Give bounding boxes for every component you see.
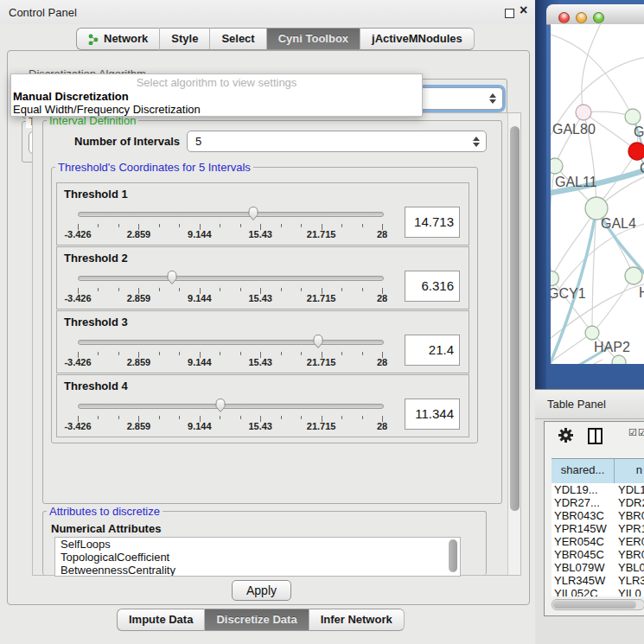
slider-scale-label: 28 [377,421,387,431]
slider-tick [240,224,241,227]
network-edge[interactable] [551,360,603,364]
table-row[interactable]: YDL19...YDL1 [552,483,644,496]
table-row[interactable]: YIL052CYIL0 [552,587,644,596]
GAL80-node[interactable] [576,105,591,120]
settings-scroll-panel: Interval Definition Number of Intervals … [32,112,521,576]
threshold-slider-thumb[interactable] [311,333,325,349]
slider-tick [179,352,180,355]
network-edge[interactable] [582,24,603,112]
table-cell: YIL052C [552,587,615,596]
split-columns-icon[interactable] [588,428,603,444]
column-header-1[interactable]: shared... [552,459,615,483]
algorithm-option-manual[interactable]: Manual Discretization [11,90,422,103]
slider-tick [281,288,282,291]
slider-tick [118,224,119,227]
threshold-value-field[interactable]: 14.713 [405,207,460,238]
table-hscrollbar-thumb[interactable] [553,601,636,609]
slider-tick [179,224,180,227]
bottom-tab-infer-network[interactable]: Infer Network [309,609,405,631]
slider-tick [220,224,220,227]
network-canvas[interactable]: GAL80GAGAL11CGAL4GCY1HHAP2 [551,24,644,364]
GAL11-node[interactable] [551,158,563,174]
table-cell: YBR0 [615,548,644,561]
slider-scale-label: 21.715 [307,357,336,367]
slider-tick [341,224,342,227]
node-label: GAL80 [552,122,596,137]
table-row[interactable]: YER054CYER0 [552,535,644,548]
slider-scale-label: 2.859 [127,229,151,239]
table-cell: YPR145W [552,522,615,535]
table-cell: YLR3 [615,574,644,587]
algorithm-placeholder: Select algorithm to view settings [11,76,422,90]
threshold-slider-track[interactable] [78,276,384,281]
network-edge[interactable] [551,33,633,117]
node[interactable] [612,355,626,364]
table-row[interactable]: YDR27...YDR2 [552,496,644,509]
threshold-slider-track[interactable] [78,404,384,409]
table-row[interactable]: YBL079WYBL0 [552,561,644,574]
node-label: C [640,161,644,175]
node[interactable] [625,267,642,284]
checkbox-icon[interactable]: ☑ [628,427,637,438]
close-traffic-light-icon[interactable] [558,12,570,23]
column-header-2[interactable]: n [615,459,644,483]
threshold-value-field[interactable]: 11.344 [405,399,460,430]
zoom-traffic-light-icon[interactable] [593,12,604,23]
tab-jactivemnodules[interactable]: jActiveMNodules [360,28,475,50]
attribute-list-item[interactable]: TopologicalCoefficient [55,551,460,564]
attribute-list-item[interactable]: SelfLoops [55,538,460,551]
panel-scrollbar-track[interactable] [507,113,520,575]
tab-network[interactable]: Network [76,28,160,50]
attributes-title: Attributes to discretize [47,505,163,518]
tab-select[interactable]: Select [210,28,266,50]
desktop-background: GAL80GAGAL11CGAL4GCY1HHAP2 [535,0,644,389]
gear-icon[interactable] [558,428,573,443]
threshold-slider-track[interactable] [78,340,384,345]
slider-tick [240,352,241,355]
app-root: Control Panel × NetworkStyleSelectCyni T… [0,0,644,644]
table-row[interactable]: YBR043CYBR0 [552,509,644,522]
numerical-attributes-label: Numerical Attributes [51,522,161,535]
bottom-tab-discretize-data[interactable]: Discretize Data [205,609,309,631]
threshold-slider-thumb[interactable] [214,397,227,413]
table-cell: YBR0 [615,509,644,522]
GCY1-node[interactable] [551,271,559,286]
threshold-value-field[interactable]: 21.4 [405,335,460,366]
table-panel-title: Table Panel [547,398,606,411]
node-label: H [639,285,644,300]
tab-style[interactable]: Style [160,28,210,50]
tab-cyni-toolbox[interactable]: Cyni Toolbox [267,28,360,50]
red-node[interactable] [628,143,644,160]
apply-button[interactable]: Apply [232,580,291,601]
table-row[interactable]: YBR045CYBR0 [552,548,644,561]
threshold-slider-thumb[interactable] [246,205,260,221]
slider-scale-label: 9.144 [188,293,212,303]
network-window-titlebar[interactable] [546,4,644,25]
table-row[interactable]: YPR145WYPR1 [552,522,644,535]
slider-scale-label: -3.426 [64,421,91,431]
table-row[interactable]: YLR345WYLR3 [552,574,644,587]
algorithm-option-equal-width[interactable]: Equal Width/Frequency Discretization [11,103,422,116]
close-icon[interactable]: × [520,3,527,18]
minimize-traffic-light-icon[interactable] [576,12,587,23]
threshold-value-field[interactable]: 6.316 [405,271,460,302]
list-scrollbar-thumb[interactable] [449,539,457,572]
number-of-intervals-combobox[interactable]: 5 [187,131,487,152]
bottom-tab-impute-data[interactable]: Impute Data [117,609,205,631]
bottom-tab-bar: Impute DataDiscretize DataInfer Network [117,609,405,631]
table-rows: YDL19...YDL1YDR27...YDR2YBR043CYBR0YPR14… [552,483,644,596]
main-tab-bar: NetworkStyleSelectCyni ToolboxjActiveMNo… [76,28,475,50]
attribute-list-item[interactable]: BetweennessCentrality [55,564,460,577]
panel-scrollbar-thumb[interactable] [510,126,520,511]
slider-tick [301,288,302,291]
node[interactable] [625,109,641,124]
table-hscrollbar-track[interactable] [552,599,644,610]
HAP2-node[interactable] [585,326,599,340]
slider-tick [118,416,119,419]
threshold-slider-track[interactable] [78,212,384,217]
control-panel-header: Control Panel × [0,0,535,24]
threshold-slider-thumb[interactable] [165,269,179,285]
checkbox-icon[interactable]: ☑ [638,427,644,438]
float-icon[interactable] [505,9,514,18]
tab-label: Style [171,29,198,49]
